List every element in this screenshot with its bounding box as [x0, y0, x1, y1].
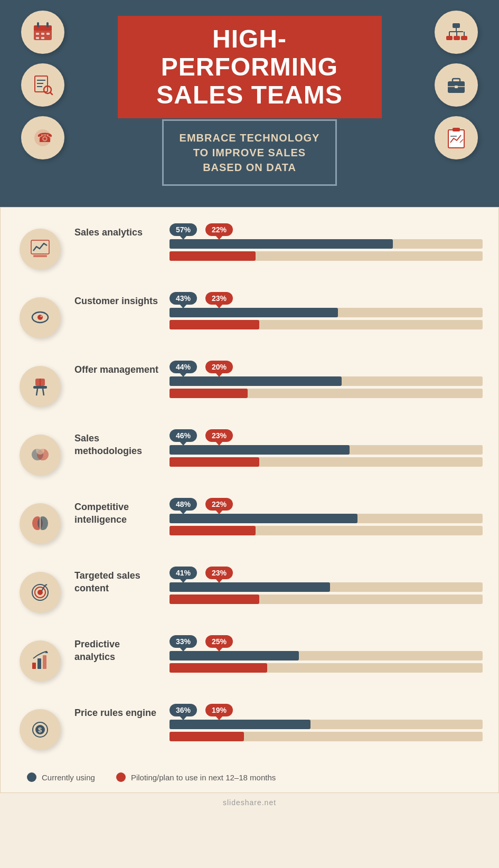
bar-red-fill-predictive-analytics [170, 663, 267, 673]
header-icons-right [435, 11, 478, 159]
svg-rect-31 [453, 128, 460, 131]
svg-rect-3 [46, 22, 49, 27]
svg-rect-6 [46, 33, 50, 35]
svg-line-54 [45, 584, 47, 586]
legend-dot-dark [27, 772, 36, 782]
chart-row-sales-methodologies: Sales methodologies 46% 23% [16, 429, 483, 476]
bar-red-bg-sales-methodologies [170, 457, 483, 467]
chart-icon-targeted-sales-content [16, 567, 64, 613]
bars-and-labels-competitive-intelligence: 48% 22% [170, 498, 483, 535]
bar-dark-fill-sales-analytics [170, 239, 393, 249]
legend-currently-using: Currently using [27, 772, 95, 782]
bubble-red-sales-methodologies: 23% [205, 429, 233, 442]
bar-dark-fill-price-rules-engine [170, 720, 310, 729]
svg-rect-57 [43, 655, 46, 669]
bubbles-row-price-rules-engine: 36% 19% [170, 704, 483, 716]
bar-red-fill-offer-management [170, 389, 248, 398]
bar-red-bg-competitive-intelligence [170, 526, 483, 535]
track-row-offer-management [170, 376, 483, 398]
bubble-dark-offer-management: 44% [170, 361, 197, 373]
bubbles-row-sales-analytics: 57% 22% [170, 223, 483, 236]
header: ☎ HIGH-PERFORMING SALES TEAMS EMBRACE TE… [0, 0, 499, 207]
bubbles-row-customer-insights: 43% 23% [170, 292, 483, 305]
bars-and-labels-targeted-sales-content: 41% 23% [170, 567, 483, 604]
bubble-red-sales-analytics: 22% [205, 223, 233, 236]
chart-rows-container: Sales analytics 57% 22% [16, 223, 483, 750]
bubbles-row-offer-management: 44% 20% [170, 361, 483, 373]
bar-dark-fill-sales-methodologies [170, 445, 350, 455]
bar-dark-bg-price-rules-engine [170, 720, 483, 729]
chart-icon-price-rules-engine: $ [16, 704, 64, 750]
calendar-icon [21, 11, 64, 54]
svg-rect-1 [34, 25, 52, 31]
track-row-sales-methodologies [170, 445, 483, 467]
bar-red-bg-customer-insights [170, 320, 483, 329]
clipboard-chart-icon [435, 116, 478, 159]
chart-label-targeted-sales-content: Targeted sales content [74, 567, 159, 595]
bar-red-fill-competitive-intelligence [170, 526, 256, 535]
bubbles-row-competitive-intelligence: 48% 22% [170, 498, 483, 511]
bar-red-fill-targeted-sales-content [170, 595, 259, 604]
bubble-red-price-rules-engine: 19% [205, 704, 233, 716]
bar-dark-fill-predictive-analytics [170, 651, 299, 661]
track-row-competitive-intelligence [170, 514, 483, 535]
bubble-dark-price-rules-engine: 36% [170, 704, 197, 716]
bubble-dark-predictive-analytics: 33% [170, 635, 197, 648]
bubble-dark-competitive-intelligence: 48% [170, 498, 197, 511]
svg-rect-40 [33, 386, 47, 389]
bar-red-bg-predictive-analytics [170, 663, 483, 673]
bar-dark-bg-customer-insights [170, 308, 483, 317]
chart-label-price-rules-engine: Price rules engine [74, 704, 159, 719]
bar-dark-fill-competitive-intelligence [170, 514, 357, 523]
svg-rect-55 [32, 663, 36, 669]
chart-section: Sales analytics 57% 22% [0, 207, 499, 793]
icon-circle-customer-insights [20, 297, 61, 338]
bar-dark-bg-competitive-intelligence [170, 514, 483, 523]
phone-icon: ☎ [21, 116, 64, 159]
chart-icon-offer-management [16, 361, 64, 407]
track-row-predictive-analytics [170, 651, 483, 673]
svg-rect-35 [33, 255, 47, 257]
bars-and-labels-sales-analytics: 57% 22% [170, 223, 483, 261]
bubble-dark-sales-analytics: 57% [170, 223, 197, 236]
bubble-red-predictive-analytics: 25% [205, 635, 233, 648]
icon-circle-targeted-sales-content [20, 572, 61, 613]
svg-rect-5 [41, 33, 44, 35]
svg-rect-8 [41, 37, 44, 39]
svg-rect-27 [453, 79, 460, 83]
bubbles-row-predictive-analytics: 33% 25% [170, 635, 483, 648]
bar-red-fill-sales-analytics [170, 251, 256, 261]
header-icons-left: ☎ [21, 11, 64, 159]
bar-red-fill-sales-methodologies [170, 457, 259, 467]
bars-and-labels-predictive-analytics: 33% 25% [170, 635, 483, 673]
svg-rect-4 [36, 33, 39, 35]
svg-rect-29 [455, 86, 458, 88]
svg-rect-56 [37, 658, 41, 669]
track-row-sales-analytics [170, 239, 483, 261]
svg-rect-2 [37, 22, 39, 27]
bar-dark-bg-offer-management [170, 376, 483, 386]
track-row-targeted-sales-content [170, 582, 483, 604]
chart-label-sales-analytics: Sales analytics [74, 223, 159, 239]
bars-and-labels-offer-management: 44% 20% [170, 361, 483, 398]
chart-row-predictive-analytics: Predictive analytics 33% 25% [16, 635, 483, 682]
bubble-red-competitive-intelligence: 22% [205, 498, 233, 511]
bar-red-bg-sales-analytics [170, 251, 483, 261]
bar-dark-bg-sales-methodologies [170, 445, 483, 455]
footer-source: slideshare.net [223, 798, 276, 807]
svg-point-37 [37, 315, 43, 320]
svg-rect-17 [453, 23, 460, 28]
bubble-dark-sales-methodologies: 46% [170, 429, 197, 442]
chart-label-predictive-analytics: Predictive analytics [74, 635, 159, 663]
chart-row-customer-insights: Customer insights 43% 23% [16, 292, 483, 338]
svg-rect-7 [36, 37, 39, 39]
icon-circle-offer-management [20, 366, 61, 407]
bubbles-row-sales-methodologies: 46% 23% [170, 429, 483, 442]
bar-dark-bg-sales-analytics [170, 239, 483, 249]
icon-circle-predictive-analytics [20, 640, 61, 682]
chart-label-offer-management: Offer management [74, 361, 159, 376]
header-subtitle-text: EMBRACE TECHNOLOGYTO IMPROVE SALESBASED … [180, 130, 320, 175]
svg-point-46 [36, 446, 44, 455]
header-title-line2: SALES TEAMS [139, 81, 361, 109]
chart-icon-sales-analytics [16, 223, 64, 270]
